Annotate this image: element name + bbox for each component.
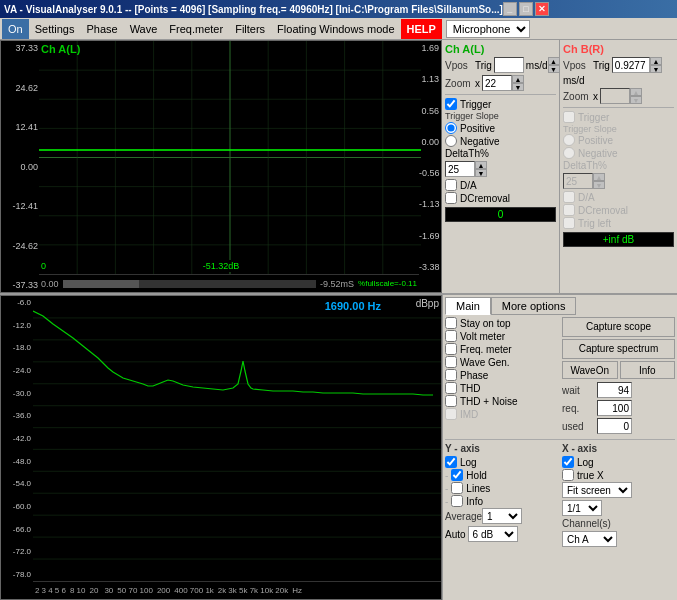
- delta-down-b[interactable]: ▼: [593, 181, 605, 189]
- vpos-row-a: Vpos Trig ms/d ▲ ▼: [445, 57, 556, 73]
- stay-on-top-cb[interactable]: [445, 317, 457, 329]
- menu-settings[interactable]: Settings: [29, 19, 81, 39]
- vpos-down-a[interactable]: ▼: [548, 65, 560, 73]
- used-input[interactable]: [597, 418, 632, 434]
- y-hold-cb[interactable]: [451, 469, 463, 481]
- x-truex-cb[interactable]: [562, 469, 574, 481]
- x-truex-row: true X: [562, 469, 675, 481]
- close-button[interactable]: ✕: [535, 2, 549, 16]
- titlebar: VA - VisualAnalyser 9.0.1 -- [Points = 4…: [0, 0, 677, 18]
- da-row-b: D/A: [563, 191, 674, 203]
- y-right-5: -1.13: [419, 199, 441, 209]
- negative-radio-b[interactable]: [563, 147, 575, 159]
- zoom-down-b[interactable]: ▼: [630, 96, 642, 104]
- menu-wave[interactable]: Wave: [124, 19, 164, 39]
- volt-meter-cb[interactable]: [445, 330, 457, 342]
- tab-main[interactable]: Main: [445, 297, 491, 315]
- x-label-3456: 3 4 5 6: [41, 586, 65, 595]
- zoom-up-b[interactable]: ▲: [630, 88, 642, 96]
- capture-spectrum-btn[interactable]: Capture spectrum: [562, 339, 675, 359]
- device-select[interactable]: Microphone: [446, 20, 530, 38]
- menu-freqmeter[interactable]: Freq.meter: [163, 19, 229, 39]
- cb-freq-meter: Freq. meter: [445, 343, 558, 355]
- delta-input-b[interactable]: [563, 173, 593, 189]
- menu-on[interactable]: On: [2, 19, 29, 39]
- y-lines-cb[interactable]: [451, 482, 463, 494]
- wave-gen-cb[interactable]: [445, 356, 457, 368]
- delta-label-a: DeltaTh%: [445, 148, 489, 159]
- negative-radio-a[interactable]: [445, 135, 457, 147]
- thd-noise-cb[interactable]: [445, 395, 457, 407]
- phase-cb[interactable]: [445, 369, 457, 381]
- positive-radio-b[interactable]: [563, 134, 575, 146]
- zoom-label-b: Zoom: [563, 91, 593, 102]
- y-info-cb[interactable]: [451, 495, 463, 507]
- vpos-up-a[interactable]: ▲: [548, 57, 560, 65]
- menubar: On Settings Phase Wave Freq.meter Filter…: [0, 18, 677, 40]
- zoom-input-a[interactable]: [482, 75, 512, 91]
- info-btn[interactable]: Info: [620, 361, 676, 379]
- dc-checkbox-a[interactable]: [445, 192, 457, 204]
- req-input[interactable]: [597, 400, 632, 416]
- trig-left-checkbox-b[interactable]: [563, 217, 575, 229]
- da-checkbox-b[interactable]: [563, 191, 575, 203]
- delta-row-a: DeltaTh%: [445, 148, 556, 159]
- zoom-down-a[interactable]: ▼: [512, 83, 524, 91]
- ch-b-header: Ch B(R): [563, 43, 674, 55]
- fit-screen-select[interactable]: Fit screen: [562, 482, 632, 498]
- channels-select[interactable]: Ch A Ch B: [562, 531, 617, 547]
- y-lines-label: Lines: [466, 483, 490, 494]
- zoom-input-b[interactable]: [600, 88, 630, 104]
- menu-help[interactable]: HELP: [401, 19, 442, 39]
- ch-a-panel: Ch A(L) Vpos Trig ms/d ▲ ▼ Zoom x: [442, 40, 560, 293]
- y-log-cb[interactable]: [445, 456, 457, 468]
- y-average-label: Average: [445, 511, 482, 522]
- msd-label-a: ms/d: [526, 60, 548, 71]
- thd-cb[interactable]: [445, 382, 457, 394]
- wait-input[interactable]: [597, 382, 632, 398]
- fit-value-select[interactable]: 1/1: [562, 500, 602, 516]
- imd-cb[interactable]: [445, 408, 457, 420]
- delta-up-b[interactable]: ▲: [593, 173, 605, 181]
- zoom-row-b: Zoom x ▲ ▼: [563, 88, 674, 104]
- y-step-row: Auto 6 dB 3 dB 10 dB: [445, 526, 558, 542]
- trigger-checkbox-b[interactable]: [563, 111, 575, 123]
- maximize-button[interactable]: □: [519, 2, 533, 16]
- x-log-cb[interactable]: [562, 456, 574, 468]
- menu-filters[interactable]: Filters: [229, 19, 271, 39]
- y-info-label: Info: [466, 496, 483, 507]
- y-step-select[interactable]: 6 dB 3 dB 10 dB: [468, 526, 518, 542]
- sp-y-1: -12.0: [1, 321, 33, 330]
- y-average-select[interactable]: 1 2 4: [482, 508, 522, 524]
- da-checkbox-a[interactable]: [445, 179, 457, 191]
- ch-b-panel: Ch B(R) Vpos Trig ▲ ▼ ms/d Zoom x: [560, 40, 677, 293]
- tab-more-options[interactable]: More options: [491, 297, 577, 315]
- delta-down-a[interactable]: ▼: [475, 169, 487, 177]
- vpos-up-b[interactable]: ▲: [650, 57, 662, 65]
- zoom-up-a[interactable]: ▲: [512, 75, 524, 83]
- da-label-a: D/A: [460, 180, 477, 191]
- vpos-input-a[interactable]: [494, 57, 524, 73]
- x-log-row: Log: [562, 456, 675, 468]
- x-log-label: Log: [577, 457, 594, 468]
- sp-y-9: -60.0: [1, 502, 33, 511]
- vpos-down-b[interactable]: ▼: [650, 65, 662, 73]
- freq-meter-cb[interactable]: [445, 343, 457, 355]
- channels-select-row: Ch A Ch B: [562, 531, 675, 547]
- menu-phase[interactable]: Phase: [80, 19, 123, 39]
- used-row: used: [562, 418, 675, 434]
- dc-checkbox-b[interactable]: [563, 204, 575, 216]
- sp-y-4: -30.0: [1, 389, 33, 398]
- vpos-input-b[interactable]: [612, 57, 650, 73]
- trigger-checkbox-a[interactable]: [445, 98, 457, 110]
- fullscale-label: %fullscale=-0.11: [358, 279, 417, 288]
- db-value-b: +inf dB: [563, 232, 674, 247]
- menu-floating[interactable]: Floating Windows mode: [271, 19, 400, 39]
- fit-value-row: 1/1: [562, 500, 675, 516]
- minimize-button[interactable]: _: [503, 2, 517, 16]
- delta-input-a[interactable]: [445, 161, 475, 177]
- wave-on-btn[interactable]: WaveOn: [562, 361, 618, 379]
- delta-up-a[interactable]: ▲: [475, 161, 487, 169]
- positive-radio-a[interactable]: [445, 122, 457, 134]
- capture-scope-btn[interactable]: Capture scope: [562, 317, 675, 337]
